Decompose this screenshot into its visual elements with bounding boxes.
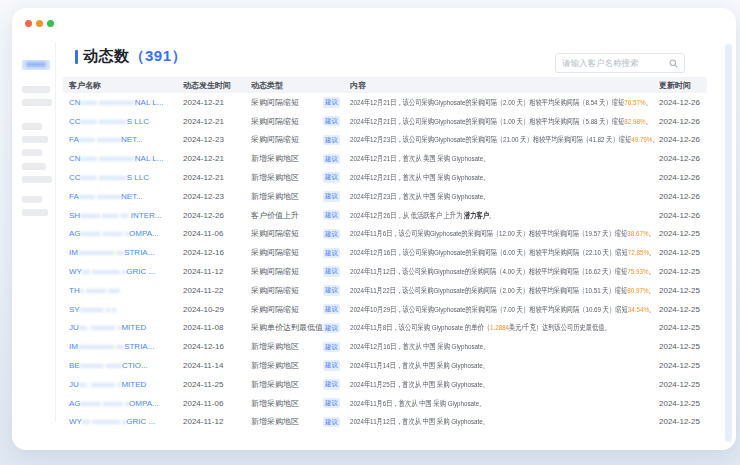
table-header-row: 客户名称 动态发生时间 动态类型 内容 更新时间 <box>63 77 707 93</box>
window-controls <box>25 20 54 27</box>
sidebar-item[interactable] <box>22 176 52 183</box>
header-customer-name: 客户名称 <box>63 80 183 91</box>
customer-name-link[interactable]: CNxxxx xxxxxxxxxNAL L... <box>69 98 163 107</box>
event-type: 采购间隔缩短 <box>251 97 323 108</box>
customer-name-link[interactable]: IMxxxxxxxxx xxSTRIA... <box>69 342 154 351</box>
update-time: 2024-12-25 <box>659 305 707 314</box>
table-row[interactable]: FAxxxx xxxxxxNET... 2024-12-23 采购间隔缩短 建议… <box>63 131 707 150</box>
table-row[interactable]: CCxxxx xxxxxxxS LLC 2024-12-21 新增采购地区 建议… <box>63 168 707 187</box>
highlight-value: 80.97% <box>627 286 648 295</box>
table-row[interactable]: CNxxxx xxxxxxxxxNAL L... 2024-12-21 采购间隔… <box>63 93 707 112</box>
close-button[interactable] <box>25 20 32 27</box>
customer-name-link[interactable]: CNxxxx xxxxxxxxxNAL L... <box>69 154 163 163</box>
highlight-value: 76.57% <box>624 98 645 107</box>
update-time: 2024-12-26 <box>659 117 707 126</box>
table-row[interactable]: SYxxxxxx x.x. 2024-10-29 采购间隔缩短 建议 2024年… <box>63 300 707 319</box>
suggestion-badge: 建议 <box>323 135 340 146</box>
customer-name-link[interactable]: CCxxxx xxxxxxxS LLC <box>69 117 149 126</box>
table-row[interactable]: JUxx. xxxxxx xMITED 2024-11-08 采购单价达到最低值… <box>63 319 707 338</box>
table-row[interactable]: AGxxxxx xxxxx xOMPA... 2024-11-06 采购间隔缩短… <box>63 225 707 244</box>
customer-name-link[interactable]: AGxxxxx xxxxx xOMPA... <box>69 399 159 408</box>
event-content: 2024年11月12日，该公司采购Glyphosate的采购间隔（4.00 天）… <box>350 266 655 277</box>
event-date: 2024-12-16 <box>183 248 251 257</box>
event-date: 2024-12-16 <box>183 342 251 351</box>
table-row[interactable]: WYxx xxxxxxx xGRIC ... 2024-11-12 新增采购地区… <box>63 413 707 432</box>
event-type: 采购间隔缩短 <box>251 266 323 277</box>
customer-name-link[interactable]: SHxxxxx xxxx xx INTER... <box>69 211 161 220</box>
customer-search-input[interactable] <box>562 58 669 68</box>
suggestion-badge: 建议 <box>323 210 340 221</box>
sidebar-item[interactable] <box>22 196 42 203</box>
table-row[interactable]: SHxxxxx xxxx xx INTER... 2024-12-26 客户价值… <box>63 206 707 225</box>
suggestion-badge: 建议 <box>323 342 340 353</box>
customer-name-link[interactable]: CCxxxx xxxxxxxS LLC <box>69 173 149 182</box>
sidebar-item[interactable] <box>22 86 50 93</box>
customer-name-link[interactable]: AGxxxxx xxxxx xOMPA... <box>69 229 159 238</box>
sidebar-item[interactable] <box>22 99 52 106</box>
event-date: 2024-11-14 <box>183 361 251 370</box>
table-row[interactable]: JUxx. xxxxxx xMITED 2024-11-25 新增采购地区 建议… <box>63 375 707 394</box>
table-row[interactable]: AGxxxxx xxxxx xOMPA... 2024-11-06 新增采购地区… <box>63 394 707 413</box>
customer-name-link[interactable]: IMxxxxxxxxx xxSTRIA... <box>69 248 154 257</box>
sidebar-item-active[interactable] <box>22 60 50 70</box>
suggestion-badge: 建议 <box>323 379 340 390</box>
customer-name-link[interactable]: JUxx. xxxxxx xMITED <box>69 380 146 389</box>
event-content: 2024年11月6日，该公司采购Glyphosate的采购间隔（12.00 天）… <box>350 228 655 239</box>
event-content: 2024年12月23日，首次从 中国 采购 Glyphosate。 <box>350 191 489 202</box>
table-row[interactable]: FAxxxx xxxxxxNET... 2024-12-23 新增采购地区 建议… <box>63 187 707 206</box>
update-time: 2024-12-25 <box>659 399 707 408</box>
sidebar-item[interactable] <box>22 149 42 156</box>
table-body: CNxxxx xxxxxxxxxNAL L... 2024-12-21 采购间隔… <box>63 93 707 431</box>
highlight-value: 75.93% <box>627 267 648 276</box>
customer-name-link[interactable]: WYxx xxxxxxx xGRIC ... <box>69 417 155 426</box>
sidebar-item[interactable] <box>22 209 48 216</box>
sidebar-item[interactable] <box>22 123 42 130</box>
update-time: 2024-12-25 <box>659 267 707 276</box>
update-time: 2024-12-25 <box>659 417 707 426</box>
table-row[interactable]: CNxxxx xxxxxxxxxNAL L... 2024-12-21 新增采购… <box>63 149 707 168</box>
event-type: 新增采购地区 <box>251 153 323 164</box>
update-time: 2024-12-25 <box>659 248 707 257</box>
table-row[interactable]: IMxxxxxxxxx xxSTRIA... 2024-12-16 采购间隔缩短… <box>63 243 707 262</box>
event-date: 2024-11-12 <box>183 267 251 276</box>
event-type: 采购间隔缩短 <box>251 285 323 296</box>
customer-name-link[interactable]: JUxx. xxxxxx xMITED <box>69 323 146 332</box>
customer-name-link[interactable]: FAxxxx xxxxxxNET... <box>69 192 143 201</box>
table-row[interactable]: CCxxxx xxxxxxxS LLC 2024-12-21 采购间隔缩短 建议… <box>63 112 707 131</box>
event-type: 采购单价达到最低值 <box>251 322 323 333</box>
customer-name-link[interactable]: WYxx xxxxxxx xGRIC ... <box>69 267 155 276</box>
search-icon <box>669 59 678 68</box>
table-row[interactable]: THx xxxxx xxx 2024-11-22 采购间隔缩短 建议 2024年… <box>63 281 707 300</box>
event-type: 新增采购地区 <box>251 191 323 202</box>
event-date: 2024-12-21 <box>183 154 251 163</box>
event-type: 新增采购地区 <box>251 416 323 427</box>
event-date: 2024-12-21 <box>183 173 251 182</box>
sidebar-item[interactable] <box>22 136 48 143</box>
update-time: 2024-12-26 <box>659 192 707 201</box>
highlight-value: 34.54% <box>628 305 649 314</box>
customer-name-link[interactable]: BExxxxxx xxxxCTIO... <box>69 361 148 370</box>
table-row[interactable]: IMxxxxxxxxx xxSTRIA... 2024-12-16 新增采购地区… <box>63 337 707 356</box>
event-type: 新增采购地区 <box>251 172 323 183</box>
app-window: 动态数（391） 客户名称 动态发生时间 动态类型 内容 更新时间 CNxxxx… <box>12 8 736 450</box>
update-time: 2024-12-26 <box>659 173 707 182</box>
customer-name-link[interactable]: FAxxxx xxxxxxNET... <box>69 135 143 144</box>
customer-name-link[interactable]: THx xxxxx xxx <box>69 286 120 295</box>
sidebar <box>12 42 56 422</box>
sidebar-item[interactable] <box>22 163 46 170</box>
page-title-count: （391） <box>130 47 188 64</box>
event-type: 采购间隔缩短 <box>251 228 323 239</box>
title-accent-bar <box>75 50 78 64</box>
customer-name-link[interactable]: SYxxxxxx x.x. <box>69 305 118 314</box>
zoom-button[interactable] <box>47 20 54 27</box>
event-date: 2024-11-22 <box>183 286 251 295</box>
emphasized-text: 潜力客户 <box>464 211 489 220</box>
update-time: 2024-12-25 <box>659 361 707 370</box>
suggestion-badge: 建议 <box>323 97 340 108</box>
vertical-scrollbar[interactable] <box>725 44 732 442</box>
suggestion-badge: 建议 <box>323 398 340 409</box>
table-row[interactable]: WYxx xxxxxxx xGRIC ... 2024-11-12 采购间隔缩短… <box>63 262 707 281</box>
minimize-button[interactable] <box>36 20 43 27</box>
table-row[interactable]: BExxxxxx xxxxCTIO... 2024-11-14 新增采购地区 建… <box>63 356 707 375</box>
suggestion-badge: 建议 <box>323 285 340 296</box>
